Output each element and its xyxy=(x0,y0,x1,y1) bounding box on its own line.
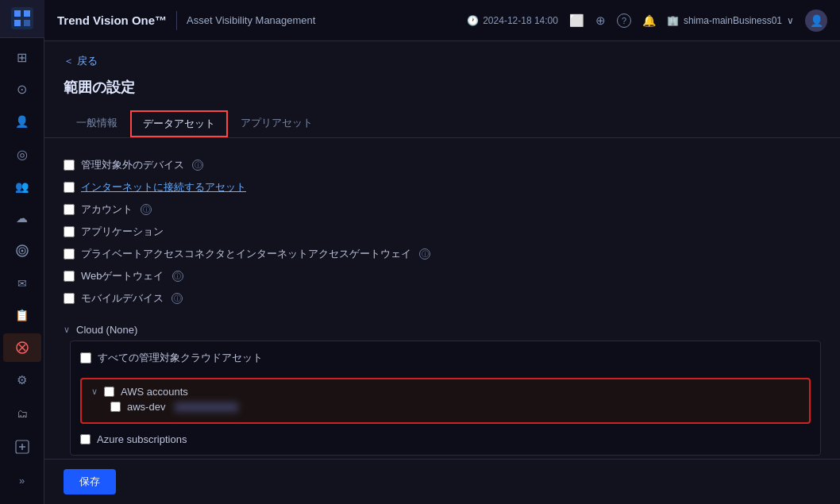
brand-title: Trend Vision One™ xyxy=(57,13,167,27)
page-title: 範囲の設定 xyxy=(44,75,840,110)
sidebar-item-dashboard[interactable]: ⊞ xyxy=(3,43,41,72)
checkbox-account: アカウント ⓘ xyxy=(64,198,821,221)
cloud-content: すべての管理対象クラウドアセット ∨ AWS accounts aws-dev xyxy=(70,340,821,456)
checkbox-unmanaged-input[interactable] xyxy=(64,160,75,171)
aws-section: ∨ AWS accounts aws-dev xyxy=(80,378,811,424)
main-container: Trend Vision One™ Asset Visibility Manag… xyxy=(44,0,840,504)
bell-icon[interactable]: 🔔 xyxy=(642,14,656,27)
back-button[interactable]: ＜ 戻る xyxy=(44,41,840,75)
azure-item: Azure subscriptions xyxy=(80,430,811,448)
info-icon-private[interactable]: ⓘ xyxy=(419,248,430,260)
checkbox-webgw-label: Webゲートウェイ xyxy=(81,269,164,283)
sidebar-item-more[interactable]: » xyxy=(3,464,41,496)
azure-checkbox-input[interactable] xyxy=(80,434,91,444)
checkbox-internet-input[interactable] xyxy=(64,182,75,193)
datetime-value: 2024-12-18 14:00 xyxy=(483,15,558,26)
svg-rect-4 xyxy=(24,20,30,26)
svg-rect-1 xyxy=(14,10,21,17)
content-area: ＜ 戻る 範囲の設定 一般情報 データアセット アプリアセット 管理対象外のデバ… xyxy=(44,41,840,459)
cloud-section: ∨ Cloud (None) すべての管理対象クラウドアセット ∨ xyxy=(64,319,821,456)
sidebar-item-cloud[interactable]: ☁ xyxy=(3,204,41,233)
tab-appset[interactable]: アプリアセット xyxy=(228,110,326,138)
header: Trend Vision One™ Asset Visibility Manag… xyxy=(44,0,840,41)
sidebar-item-settings[interactable]: ⚙ xyxy=(3,365,41,394)
checkbox-mobile: モバイルデバイス ⓘ xyxy=(64,287,821,310)
sidebar-item-team[interactable]: 👥 xyxy=(3,171,41,201)
sidebar-item-attack[interactable] xyxy=(3,333,41,363)
aws-chevron-icon[interactable]: ∨ xyxy=(91,387,98,397)
info-icon-mobile[interactable]: ⓘ xyxy=(171,293,183,304)
checkbox-application-input[interactable] xyxy=(64,226,75,237)
cloud-header[interactable]: ∨ Cloud (None) xyxy=(64,319,821,340)
tab-general[interactable]: 一般情報 xyxy=(64,110,130,138)
aws-header: ∨ AWS accounts xyxy=(91,386,800,398)
network-icon[interactable]: ⊕ xyxy=(595,13,606,28)
aws-dev-label: aws-dev xyxy=(127,401,165,413)
sidebar-item-clipboard[interactable]: 📋 xyxy=(3,301,41,330)
form-content: 管理対象外のデバイス ⓘ インターネットに接続するアセット アカウント ⓘ アプ… xyxy=(44,138,840,459)
info-icon-unmanaged[interactable]: ⓘ xyxy=(192,160,203,171)
svg-rect-3 xyxy=(14,20,21,26)
checkbox-internet-label[interactable]: インターネットに接続するアセット xyxy=(81,180,246,194)
svg-point-7 xyxy=(21,250,23,252)
checkbox-account-label: アカウント xyxy=(81,202,133,217)
cloud-chevron-icon: ∨ xyxy=(64,325,70,335)
info-icon-webgw[interactable]: ⓘ xyxy=(172,271,183,282)
header-divider xyxy=(176,11,177,30)
sidebar-item-search[interactable]: ⊙ xyxy=(3,75,41,104)
checkbox-application: アプリケーション xyxy=(64,221,821,243)
aws-label: AWS accounts xyxy=(121,386,188,398)
clock-icon: 🕐 xyxy=(467,15,479,26)
save-button[interactable]: 保存 xyxy=(64,469,116,494)
tabs-container: 一般情報 データアセット アプリアセット xyxy=(44,110,840,138)
module-title: Asset Visibility Management xyxy=(187,14,315,26)
sidebar-item-list[interactable]: 🗂 xyxy=(3,398,41,429)
checkbox-account-input[interactable] xyxy=(64,204,75,215)
checkbox-unmanaged-label: 管理対象外のデバイス xyxy=(81,158,184,172)
tab-dataset[interactable]: データアセット xyxy=(130,110,228,137)
checkbox-all-cloud: すべての管理対象クラウドアセット xyxy=(80,348,811,371)
sidebar-item-reports[interactable]: ◎ xyxy=(3,140,41,169)
checkbox-private-input[interactable] xyxy=(64,248,75,260)
checkbox-mobile-input[interactable] xyxy=(64,293,75,304)
aws-checkbox-input[interactable] xyxy=(104,387,114,397)
sidebar-logo xyxy=(0,0,44,38)
checkbox-webgw-input[interactable] xyxy=(64,271,75,282)
aws-dev-item: aws-dev xyxy=(91,398,800,416)
help-icon[interactable]: ? xyxy=(617,13,631,28)
header-right: 🕐 2024-12-18 14:00 ⬜ ⊕ ? 🔔 🏢 shima-mainB… xyxy=(467,10,827,32)
checkbox-all-cloud-input[interactable] xyxy=(80,352,91,364)
checkbox-application-label: アプリケーション xyxy=(81,225,164,239)
username: shima-mainBusiness01 xyxy=(684,15,782,26)
monitor-icon[interactable]: ⬜ xyxy=(569,13,584,28)
sidebar-item-target[interactable] xyxy=(3,237,41,266)
info-icon-account[interactable]: ⓘ xyxy=(141,204,152,215)
avatar[interactable]: 👤 xyxy=(805,10,827,32)
header-user[interactable]: 🏢 shima-mainBusiness01 ∨ xyxy=(667,15,794,26)
user-dropdown-icon: ∨ xyxy=(787,15,794,26)
header-datetime: 🕐 2024-12-18 14:00 xyxy=(467,15,558,26)
aws-dev-blurred xyxy=(175,402,238,412)
checkbox-private-label: プライベートアクセスコネクタとインターネットアクセスゲートウェイ xyxy=(81,247,411,261)
aws-dev-checkbox[interactable] xyxy=(110,402,121,412)
sidebar-item-users[interactable]: 👤 xyxy=(3,107,41,137)
sidebar-item-mail[interactable]: ✉ xyxy=(3,268,41,298)
checkbox-private: プライベートアクセスコネクタとインターネットアクセスゲートウェイ ⓘ xyxy=(64,243,821,265)
azure-label: Azure subscriptions xyxy=(97,433,187,445)
avatar-icon: 👤 xyxy=(810,14,823,27)
svg-rect-2 xyxy=(24,10,30,17)
checkbox-unmanaged: 管理対象外のデバイス ⓘ xyxy=(64,154,821,176)
sidebar-item-add[interactable] xyxy=(3,431,41,463)
user-building-icon: 🏢 xyxy=(667,15,679,26)
checkbox-internet: インターネットに接続するアセット xyxy=(64,176,821,198)
checkbox-mobile-label: モバイルデバイス xyxy=(81,291,164,306)
footer-bar: 保存 xyxy=(44,459,840,504)
sidebar: ⊞ ⊙ 👤 ◎ 👥 ☁ ✉ 📋 ⚙ 🗂 xyxy=(0,0,44,504)
checkbox-all-cloud-label: すべての管理対象クラウドアセット xyxy=(98,351,263,365)
checkbox-webgw: Webゲートウェイ ⓘ xyxy=(64,265,821,287)
cloud-header-label: Cloud (None) xyxy=(76,324,137,336)
